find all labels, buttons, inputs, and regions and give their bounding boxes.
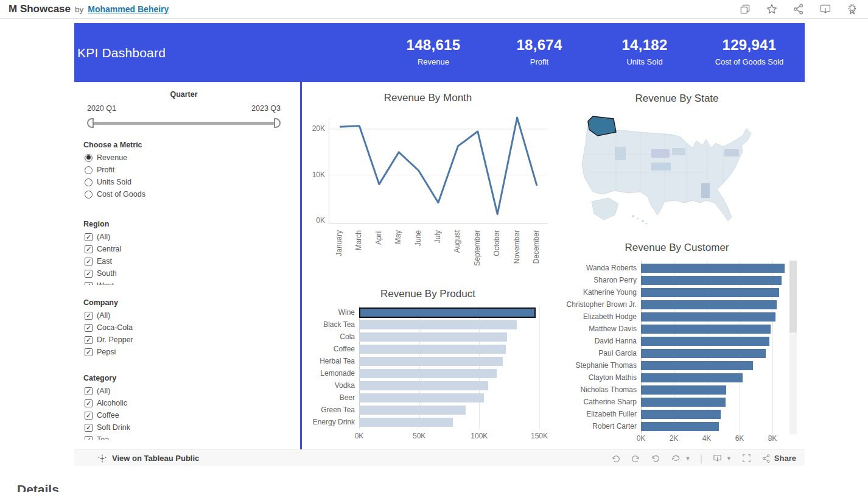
- metric-option-profit[interactable]: Profit: [85, 164, 145, 176]
- checkbox-icon[interactable]: ✓: [85, 412, 93, 420]
- region-options: ✓(All)✓Central✓East✓South✓West: [85, 231, 121, 285]
- slider-handle-end[interactable]: [274, 118, 281, 128]
- bar-catherine-sharp[interactable]: [641, 398, 726, 407]
- bar-row-matthew-davis: Matthew Davis: [553, 323, 789, 335]
- bar-vodka[interactable]: [359, 381, 488, 390]
- category-option-soft-drink[interactable]: ✓Soft Drink: [85, 421, 130, 434]
- bar-wanda-roberts[interactable]: [641, 264, 785, 273]
- bar-label: Lemonade: [297, 369, 359, 378]
- checkbox-icon[interactable]: ✓: [85, 399, 93, 407]
- checkbox-icon[interactable]: ✓: [85, 312, 93, 320]
- region-option-all[interactable]: ✓(All): [85, 231, 121, 243]
- radio-icon[interactable]: [85, 191, 93, 199]
- region-option-east[interactable]: ✓East: [85, 255, 121, 267]
- revenue-by-month-line-chart[interactable]: [329, 113, 548, 226]
- share-icon[interactable]: [793, 3, 805, 15]
- fullscreen-icon[interactable]: [741, 453, 752, 463]
- x-axis-label: May: [394, 230, 402, 244]
- metric-option-label: Revenue: [97, 153, 127, 162]
- bar-track: [641, 384, 789, 396]
- download-icon[interactable]: [712, 453, 723, 463]
- state-alaska[interactable]: [592, 198, 618, 220]
- us-choropleth-map[interactable]: [579, 111, 771, 227]
- favorite-star-icon[interactable]: [766, 3, 778, 15]
- bar-paul-garcia[interactable]: [641, 349, 766, 358]
- bar-elizabeth-fuller[interactable]: [641, 410, 721, 419]
- bar-robert-carter[interactable]: [641, 422, 719, 431]
- metric-option-cost-of-goods[interactable]: Cost of Goods: [85, 188, 145, 200]
- radio-icon[interactable]: [85, 166, 93, 174]
- category-option-all[interactable]: ✓(All): [85, 385, 130, 397]
- bar-katherine-young[interactable]: [641, 288, 779, 297]
- refresh-caret-icon[interactable]: ▼: [685, 455, 690, 462]
- bar-black-tea[interactable]: [359, 320, 517, 329]
- metric-option-units-sold[interactable]: Units Sold: [85, 176, 145, 188]
- region-option-central[interactable]: ✓Central: [85, 243, 121, 255]
- checkbox-icon[interactable]: ✓: [85, 436, 93, 440]
- checkbox-icon[interactable]: ✓: [85, 324, 93, 332]
- share-button[interactable]: Share: [761, 454, 796, 463]
- bar-nicholas-thomas[interactable]: [641, 385, 726, 395]
- redo-icon[interactable]: [631, 453, 641, 463]
- bar-track: [641, 262, 789, 274]
- bar-energy-drink[interactable]: [359, 418, 453, 427]
- x-axis-tick: 0K: [637, 434, 646, 443]
- kpi-item-units-sold: 14,182Units Sold: [592, 37, 698, 66]
- checkbox-icon[interactable]: ✓: [85, 233, 93, 241]
- checkbox-icon[interactable]: ✓: [85, 245, 93, 253]
- bar-stephanie-thomas[interactable]: [641, 361, 753, 370]
- region-option-west[interactable]: ✓West: [85, 279, 121, 285]
- bar-beer[interactable]: [359, 393, 484, 402]
- refresh-icon[interactable]: [671, 453, 681, 463]
- category-option-alcoholic[interactable]: ✓Alcoholic: [85, 397, 130, 409]
- company-option-all[interactable]: ✓(All): [85, 309, 133, 322]
- view-on-tableau-button[interactable]: View on Tableau Public: [97, 450, 199, 466]
- checkbox-icon[interactable]: ✓: [85, 258, 93, 265]
- checkbox-icon[interactable]: ✓: [85, 424, 93, 432]
- metric-option-revenue[interactable]: Revenue: [85, 152, 145, 164]
- checkbox-icon[interactable]: ✓: [85, 387, 93, 395]
- bar-coffee[interactable]: [359, 345, 506, 354]
- bar-david-hanna[interactable]: [641, 337, 769, 346]
- radio-icon[interactable]: [85, 154, 93, 162]
- scrollbar-thumb[interactable]: [789, 261, 797, 332]
- company-option-dr-pepper[interactable]: ✓Dr. Pepper: [85, 334, 133, 346]
- product-chart-title: Revenue By Product: [337, 288, 519, 300]
- download-view-icon[interactable]: [819, 3, 831, 15]
- revert-icon[interactable]: [651, 453, 661, 463]
- bar-clayton-mathis[interactable]: [641, 373, 743, 382]
- quarter-range-slider[interactable]: [87, 118, 281, 128]
- slider-track[interactable]: [92, 122, 276, 125]
- bar-matthew-davis[interactable]: [641, 325, 771, 334]
- bar-cola[interactable]: [359, 332, 507, 342]
- checkbox-icon[interactable]: ✓: [85, 336, 93, 344]
- author-link[interactable]: Mohammed Beheiry: [88, 4, 169, 14]
- company-option-pepsi[interactable]: ✓Pepsi: [85, 346, 133, 358]
- bar-lemonade[interactable]: [359, 369, 497, 378]
- copy-icon[interactable]: [739, 3, 751, 15]
- checkbox-icon[interactable]: ✓: [85, 270, 93, 278]
- customer-scrollbar[interactable]: [789, 261, 797, 434]
- region-option-south[interactable]: ✓South: [85, 267, 121, 279]
- bar-herbal-tea[interactable]: [359, 357, 503, 366]
- revenue-line-series[interactable]: [340, 118, 537, 214]
- radio-icon[interactable]: [85, 178, 93, 186]
- bar-label: Green Tea: [297, 406, 359, 414]
- bar-row-wanda-roberts: Wanda Roberts: [553, 262, 789, 274]
- slider-handle-start[interactable]: [87, 118, 94, 128]
- bar-wine[interactable]: [359, 308, 536, 318]
- award-icon[interactable]: [846, 3, 858, 15]
- undo-icon[interactable]: [611, 453, 621, 463]
- checkbox-icon[interactable]: ✓: [85, 348, 93, 356]
- bar-sharon-perry[interactable]: [641, 276, 782, 285]
- download-caret-icon[interactable]: ▼: [726, 455, 732, 462]
- state-hawaii[interactable]: [632, 215, 648, 225]
- bar-elizabeth-hodge[interactable]: [641, 312, 775, 322]
- category-option-tea[interactable]: ✓Tea: [85, 434, 130, 440]
- bar-green-tea[interactable]: [359, 406, 466, 415]
- category-option-coffee[interactable]: ✓Coffee: [85, 409, 130, 421]
- bar-track: [359, 318, 542, 331]
- bar-christopher-brown-jr[interactable]: [641, 300, 777, 309]
- checkbox-icon[interactable]: ✓: [85, 282, 93, 286]
- company-option-coca-cola[interactable]: ✓Coca-Cola: [85, 322, 133, 334]
